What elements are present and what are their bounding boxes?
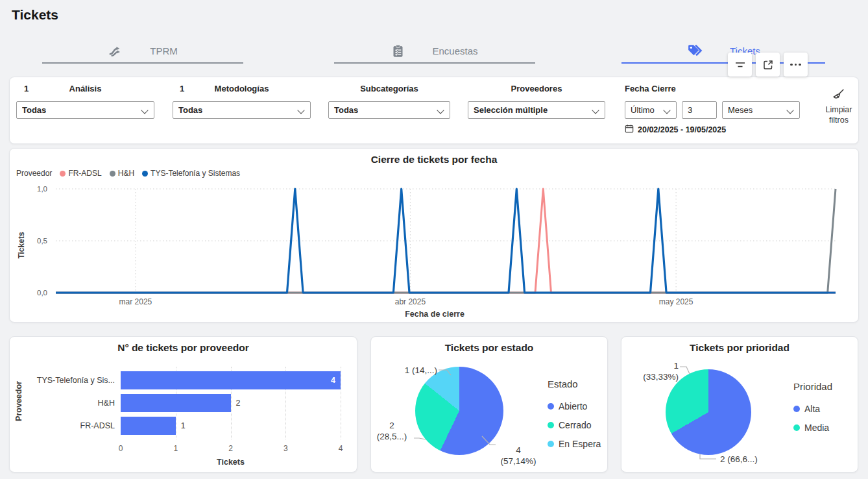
- legend-title: Prioridad: [793, 381, 832, 392]
- bar-chart-card: N° de tickets por proveedor Proveedor TY…: [9, 336, 357, 473]
- legend-item-cerrado[interactable]: Cerrado: [548, 415, 601, 434]
- close-date-unit-dropdown[interactable]: Meses: [722, 101, 800, 119]
- pie-estado-card: Tickets por estado 1 (14,...) 2 (28,5...…: [370, 336, 608, 473]
- popout-icon[interactable]: [756, 53, 780, 77]
- legend-label: H&H: [118, 169, 134, 178]
- pie-estado-title: Tickets por estado: [371, 342, 607, 354]
- clear-filters-line1: Limpiar: [814, 104, 863, 115]
- close-date-period-dropdown[interactable]: Último: [625, 101, 677, 119]
- legend-item-fr-adsl[interactable]: FR-ADSL: [60, 169, 101, 178]
- bar[interactable]: 1: [121, 417, 176, 435]
- svg-text:mar 2025: mar 2025: [119, 297, 152, 306]
- legend-dot: [548, 403, 554, 410]
- ellipsis: [790, 64, 801, 66]
- legend-title: Proveedor: [16, 169, 52, 178]
- legend-item-alta[interactable]: Alta: [793, 399, 832, 418]
- line-chart-card: Cierre de tickets por fecha Proveedor FR…: [9, 148, 859, 323]
- methodologies-value: Todas: [178, 105, 202, 115]
- filter-bar: 1 Análisis Todas 1 Metodologías Todas Su…: [9, 77, 859, 144]
- tab-tprm[interactable]: TPRM: [42, 38, 243, 64]
- close-date-count-input[interactable]: 3: [682, 101, 717, 119]
- pie-estado[interactable]: [415, 367, 503, 455]
- legend-dot: [60, 171, 66, 177]
- subcategories-value: Todas: [334, 105, 358, 115]
- legend-item-media[interactable]: Media: [793, 418, 832, 437]
- bar-category: FR-ADSL: [10, 421, 115, 430]
- subcategories-dropdown[interactable]: Todas: [328, 101, 450, 119]
- legend-dot: [548, 422, 554, 428]
- line-chart-legend: Proveedor FR-ADSL H&H TYS-Telefonía y Si…: [16, 169, 240, 178]
- close-date-count-value: 3: [688, 105, 692, 115]
- legend-item-en-espera[interactable]: En Espera: [548, 434, 601, 453]
- x-tick: 4: [339, 444, 343, 453]
- bar-chart-x-axis-title: Tickets: [121, 458, 341, 467]
- more-options-icon[interactable]: [784, 53, 808, 77]
- pie-prioridad-legend: Prioridad Alta Media: [793, 381, 832, 437]
- tab-underline: [42, 62, 243, 64]
- svg-text:0,0: 0,0: [37, 289, 47, 297]
- methodologies-label: Metodologías: [173, 84, 311, 93]
- tab-underline: [334, 62, 535, 64]
- tab-label: TPRM: [150, 45, 178, 56]
- svg-text:abr 2025: abr 2025: [395, 297, 426, 306]
- legend-title: Estado: [548, 378, 601, 389]
- clear-filters-line2: filtros: [814, 115, 863, 125]
- bar[interactable]: 2: [121, 394, 231, 412]
- x-tick: 3: [283, 444, 288, 453]
- page-title: Tickets: [12, 7, 58, 23]
- analysis-value: Todas: [22, 105, 46, 115]
- tab-encuestas[interactable]: Encuestas: [334, 38, 535, 64]
- filter-icon[interactable]: [728, 53, 752, 77]
- clear-filters-button[interactable]: Limpiar filtros: [814, 88, 863, 125]
- legend-label: FR-ADSL: [68, 169, 101, 178]
- pie-prioridad-title: Tickets por prioridad: [621, 342, 858, 354]
- bar-value: 1: [181, 421, 186, 430]
- dashboard: Tickets TPRM Encuestas: [0, 0, 868, 479]
- bar-category: H&H: [10, 399, 115, 408]
- bar-chart-title: N° de tickets por proveedor: [10, 342, 357, 354]
- legend-dot: [548, 441, 554, 447]
- legend-dot: [793, 406, 800, 412]
- broom-icon: [814, 88, 863, 102]
- legend-dot: [110, 171, 115, 177]
- legend-item-tys[interactable]: TYS-Telefonía y Sistemas: [142, 169, 240, 178]
- providers-value: Selección múltiple: [474, 105, 548, 115]
- providers-label: Proveedores: [468, 84, 605, 93]
- line-chart-x-axis-title: Fecha de cierre: [10, 310, 860, 319]
- analysis-dropdown[interactable]: Todas: [16, 101, 154, 119]
- calendar-icon: [625, 124, 634, 135]
- bar-row: FR-ADSL 1: [10, 417, 357, 435]
- callout-abierto: 4 (57,14%): [483, 445, 554, 467]
- analysis-label: Análisis: [16, 84, 154, 93]
- bar-value: 2: [236, 399, 241, 408]
- callout-cerrado: 2 (28,5...): [371, 420, 413, 442]
- line-chart-plot[interactable]: 1,00,50,0mar 2025abr 2025may 2025: [10, 184, 860, 308]
- bar[interactable]: 4: [121, 371, 341, 389]
- legend-label: Cerrado: [559, 420, 592, 430]
- callout-alta: 2 (66,6...): [720, 454, 758, 465]
- workflow-icon: [108, 43, 123, 58]
- subcategories-label: Subcategorías: [328, 84, 450, 93]
- date-range: 20/02/2025 - 19/05/2025: [625, 124, 726, 135]
- legend-label: Media: [804, 423, 829, 433]
- legend-label: En Espera: [559, 439, 601, 449]
- legend-label: Abierto: [559, 401, 587, 411]
- callout-media: 1 (33,33%): [621, 360, 679, 382]
- tag-icon: [686, 43, 703, 59]
- legend-item-abierto[interactable]: Abierto: [548, 397, 601, 415]
- callout-en-espera: 1 (14,...): [376, 365, 437, 376]
- x-tick: 2: [228, 444, 233, 453]
- legend-label: Alta: [804, 404, 820, 414]
- tab-label: Encuestas: [432, 45, 477, 56]
- legend-item-hh[interactable]: H&H: [110, 169, 134, 178]
- legend-label: TYS-Telefonía y Sistemas: [151, 169, 240, 178]
- pie-estado-legend: Estado Abierto Cerrado En Espera: [548, 378, 601, 453]
- close-date-unit-value: Meses: [728, 105, 753, 115]
- methodologies-dropdown[interactable]: Todas: [173, 101, 311, 119]
- bar-value: 4: [331, 376, 335, 385]
- legend-dot: [142, 171, 148, 177]
- svg-text:1,0: 1,0: [37, 185, 47, 193]
- providers-dropdown[interactable]: Selección múltiple: [468, 101, 605, 119]
- svg-text:0,5: 0,5: [37, 237, 47, 245]
- visual-toolbar: [728, 53, 808, 77]
